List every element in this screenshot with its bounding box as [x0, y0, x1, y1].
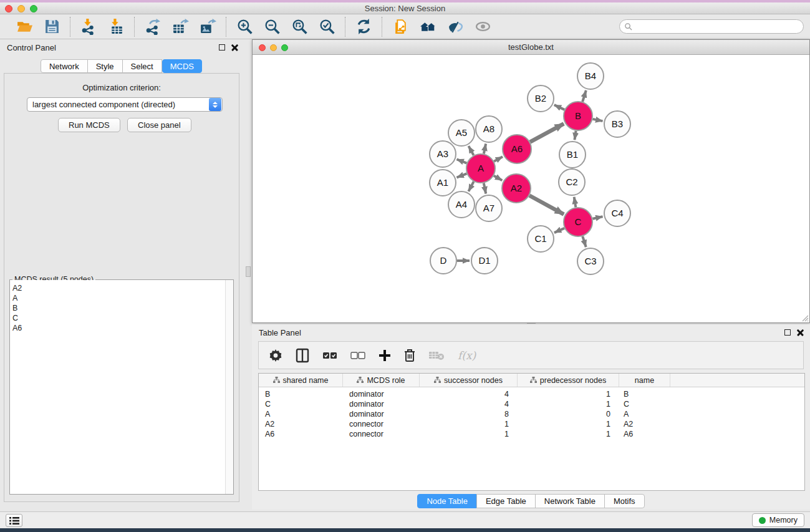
export-table-icon[interactable]	[171, 17, 190, 36]
mcds-result-item[interactable]: A6	[12, 323, 225, 333]
graph-edge-A-A8[interactable]	[484, 144, 486, 154]
graph-edge-A2-C[interactable]	[529, 195, 564, 214]
graph-node-A3[interactable]: A3	[430, 141, 456, 167]
column-header-successor-nodes[interactable]: successor nodes	[420, 374, 518, 387]
mcds-result-item[interactable]: A2	[12, 283, 225, 293]
deselect-all-icon[interactable]	[350, 346, 365, 365]
graph-edge-A-A6[interactable]	[494, 157, 503, 161]
graph-node-C[interactable]: C	[564, 208, 592, 236]
table-row[interactable]: Adominator80A	[259, 409, 804, 419]
graph-node-A5[interactable]: A5	[448, 120, 475, 146]
close-panel-icon[interactable]	[231, 44, 238, 51]
network-window-titlebar[interactable]: testGlobe.txt	[253, 40, 809, 55]
graph-edge-C-C2[interactable]	[574, 197, 576, 208]
import-network-icon[interactable]	[79, 17, 98, 36]
float-table-panel-icon[interactable]	[784, 329, 791, 336]
graph-node-C4[interactable]: C4	[604, 200, 630, 226]
import-table-icon[interactable]	[107, 17, 125, 36]
mcds-result-item[interactable]: B	[12, 303, 225, 313]
graph-edge-C-C1[interactable]	[554, 228, 564, 233]
mcds-result-scrollbar[interactable]	[225, 280, 233, 494]
graph-node-B1[interactable]: B1	[559, 142, 586, 168]
select-all-icon[interactable]	[322, 346, 337, 365]
tab-mcds[interactable]: MCDS	[162, 59, 202, 73]
function-builder-icon[interactable]: f(x)	[458, 346, 476, 365]
optimization-criterion-select[interactable]: largest connected component (directed)	[27, 97, 223, 112]
table-row[interactable]: Cdominator41C	[259, 399, 804, 409]
column-header-predecessor-nodes[interactable]: predecessor nodes	[518, 374, 619, 387]
zoom-selected-icon[interactable]	[317, 17, 336, 36]
graph-node-A2[interactable]: A2	[502, 174, 531, 203]
table-row[interactable]: Bdominator41B	[259, 389, 804, 399]
close-table-panel-icon[interactable]	[797, 329, 804, 336]
network-canvas[interactable]: B4B2BB3A5A8A6A3B1AA1C2A2A4A7C4CC1C3DD1	[253, 55, 809, 322]
float-panel-icon[interactable]	[219, 44, 225, 51]
graph-node-A4[interactable]: A4	[448, 191, 475, 218]
tab-select[interactable]: Select	[122, 59, 162, 73]
refresh-icon[interactable]	[354, 17, 373, 36]
search-input[interactable]	[632, 21, 803, 32]
tab-edge-table[interactable]: Edge Table	[476, 494, 536, 508]
graph-node-B2[interactable]: B2	[528, 85, 554, 112]
memory-button[interactable]: Memory	[752, 513, 804, 527]
table-row[interactable]: A6connector11A6	[259, 429, 804, 439]
graph-node-C1[interactable]: C1	[528, 226, 554, 252]
zoom-fit-icon[interactable]	[290, 17, 309, 36]
tab-motifs[interactable]: Motifs	[604, 494, 645, 508]
delete-table-icon[interactable]	[428, 346, 445, 365]
splitter-handle-vertical[interactable]	[246, 266, 251, 277]
graph-edge-C-C3[interactable]	[582, 236, 586, 247]
graph-edge-A-A3[interactable]	[456, 159, 466, 163]
graph-node-C3[interactable]: C3	[577, 248, 604, 274]
zoom-in-icon[interactable]	[235, 17, 254, 36]
graph-edge-A6-B[interactable]	[530, 123, 564, 142]
graph-node-A8[interactable]: A8	[476, 116, 502, 142]
show-panels-icon[interactable]	[473, 17, 492, 36]
graph-edge-A-A7[interactable]	[484, 183, 486, 194]
graph-node-B[interactable]: B	[564, 102, 592, 130]
graph-node-B3[interactable]: B3	[604, 111, 630, 137]
hide-panels-icon[interactable]	[446, 17, 465, 36]
close-panel-button[interactable]: Close panel	[127, 118, 191, 132]
open-file-icon[interactable]	[15, 17, 34, 36]
graph-node-A[interactable]: A	[466, 154, 495, 183]
column-header-shared-name[interactable]: shared name	[259, 374, 343, 387]
graph-node-A6[interactable]: A6	[503, 135, 531, 163]
tab-network[interactable]: Network	[41, 59, 88, 73]
column-header-name[interactable]: name	[619, 374, 670, 387]
graph-node-C2[interactable]: C2	[559, 169, 585, 195]
mcds-result-item[interactable]: A	[12, 293, 225, 303]
graph-edge-B-B2[interactable]	[554, 105, 565, 110]
graph-edge-A-A1[interactable]	[456, 173, 466, 177]
tab-style[interactable]: Style	[87, 59, 123, 73]
graph-node-A7[interactable]: A7	[476, 195, 502, 221]
graph-edge-B-B1[interactable]	[574, 131, 576, 140]
add-column-icon[interactable]	[378, 346, 391, 365]
graph-edge-B-B4[interactable]	[582, 90, 586, 102]
resize-grip-icon[interactable]	[800, 313, 809, 322]
tab-network-table[interactable]: Network Table	[535, 494, 605, 508]
export-image-icon[interactable]	[198, 17, 217, 36]
table-row[interactable]: A2connector11A2	[259, 419, 804, 429]
save-session-icon[interactable]	[42, 17, 61, 36]
graph-edge-A-A4[interactable]	[468, 181, 473, 191]
graph-edge-C-C4[interactable]	[592, 216, 602, 219]
table-settings-icon[interactable]	[269, 346, 282, 365]
graph-node-D1[interactable]: D1	[471, 248, 498, 274]
graph-node-A1[interactable]: A1	[430, 170, 456, 196]
show-task-history-button[interactable]	[6, 514, 22, 527]
column-header-mcds-role[interactable]: MCDS role	[343, 374, 420, 387]
graph-edge-B-B3[interactable]	[593, 119, 603, 121]
column-chooser-icon[interactable]	[296, 346, 309, 365]
mcds-result-item[interactable]: C	[12, 313, 225, 323]
graph-edge-A-A2[interactable]	[494, 176, 502, 181]
tab-node-table[interactable]: Node Table	[417, 494, 477, 508]
clone-network-icon[interactable]	[391, 17, 410, 36]
home-view-icon[interactable]	[418, 17, 437, 36]
run-mcds-button[interactable]: Run MCDS	[58, 118, 120, 132]
graph-edge-A-A5[interactable]	[468, 146, 473, 155]
search-box[interactable]	[619, 19, 804, 34]
graph-node-B4[interactable]: B4	[577, 63, 604, 89]
delete-column-icon[interactable]	[404, 346, 415, 365]
export-network-icon[interactable]	[143, 17, 162, 36]
